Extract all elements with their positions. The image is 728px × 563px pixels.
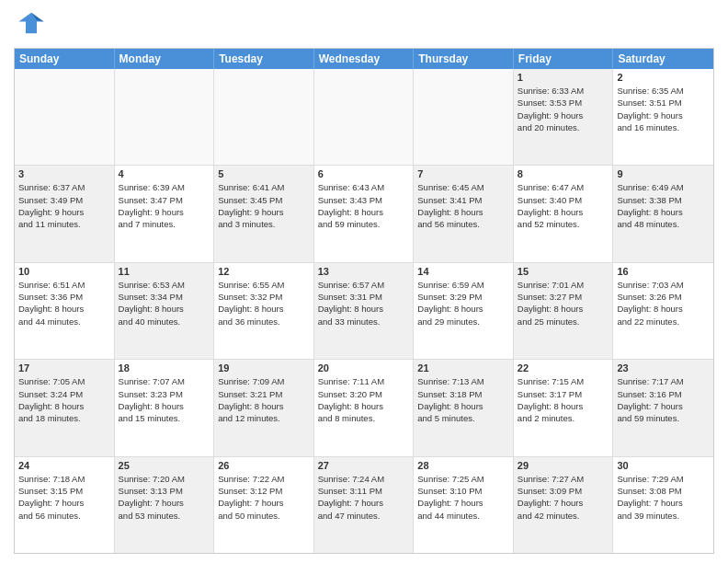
day-cell-25: 25Sunrise: 7:20 AM Sunset: 3:13 PM Dayli… [115,457,215,553]
day-info: Sunrise: 6:47 AM Sunset: 3:40 PM Dayligh… [518,181,609,230]
day-cell-7: 7Sunrise: 6:45 AM Sunset: 3:41 PM Daylig… [414,166,514,261]
day-cell-24: 24Sunrise: 7:18 AM Sunset: 3:15 PM Dayli… [15,457,115,553]
day-info: Sunrise: 6:49 AM Sunset: 3:38 PM Dayligh… [617,181,710,230]
weekday-header-friday: Friday [514,49,614,69]
day-number: 29 [518,460,609,471]
day-info: Sunrise: 7:13 AM Sunset: 3:18 PM Dayligh… [417,375,509,424]
day-info: Sunrise: 6:33 AM Sunset: 3:53 PM Dayligh… [518,85,609,133]
day-number: 26 [218,460,310,471]
day-number: 5 [218,168,310,179]
day-number: 22 [518,362,609,373]
day-number: 4 [119,168,210,179]
day-number: 30 [617,460,710,471]
day-number: 18 [119,362,210,373]
empty-cell [214,69,314,165]
calendar-row-3: 17Sunrise: 7:05 AM Sunset: 3:24 PM Dayli… [15,359,713,455]
day-info: Sunrise: 6:35 AM Sunset: 3:51 PM Dayligh… [617,85,710,133]
day-cell-4: 4Sunrise: 6:39 AM Sunset: 3:47 PM Daylig… [115,166,215,261]
day-info: Sunrise: 7:17 AM Sunset: 3:16 PM Dayligh… [617,375,710,424]
day-cell-11: 11Sunrise: 6:53 AM Sunset: 3:34 PM Dayli… [115,263,215,359]
day-cell-28: 28Sunrise: 7:25 AM Sunset: 3:10 PM Dayli… [414,457,514,553]
day-info: Sunrise: 6:55 AM Sunset: 3:32 PM Dayligh… [218,279,310,327]
day-cell-17: 17Sunrise: 7:05 AM Sunset: 3:24 PM Dayli… [15,360,115,455]
day-cell-30: 30Sunrise: 7:29 AM Sunset: 3:08 PM Dayli… [613,457,713,553]
day-info: Sunrise: 7:15 AM Sunset: 3:17 PM Dayligh… [518,375,609,424]
day-cell-12: 12Sunrise: 6:55 AM Sunset: 3:32 PM Dayli… [214,263,314,359]
day-info: Sunrise: 6:51 AM Sunset: 3:36 PM Dayligh… [18,279,110,327]
day-info: Sunrise: 7:18 AM Sunset: 3:15 PM Dayligh… [18,473,110,522]
day-cell-13: 13Sunrise: 6:57 AM Sunset: 3:31 PM Dayli… [314,263,415,359]
day-cell-6: 6Sunrise: 6:43 AM Sunset: 3:43 PM Daylig… [314,166,415,261]
empty-cell [115,69,215,165]
svg-marker-0 [19,13,44,34]
day-cell-3: 3Sunrise: 6:37 AM Sunset: 3:49 PM Daylig… [15,166,115,261]
calendar-row-0: 1Sunrise: 6:33 AM Sunset: 3:53 PM Daylig… [15,69,713,165]
day-info: Sunrise: 6:37 AM Sunset: 3:49 PM Dayligh… [18,181,110,230]
day-info: Sunrise: 7:27 AM Sunset: 3:09 PM Dayligh… [518,473,609,522]
day-info: Sunrise: 7:05 AM Sunset: 3:24 PM Dayligh… [18,375,110,424]
day-number: 10 [18,266,110,277]
calendar-header: SundayMondayTuesdayWednesdayThursdayFrid… [15,49,713,69]
day-cell-2: 2Sunrise: 6:35 AM Sunset: 3:51 PM Daylig… [613,69,713,165]
day-cell-29: 29Sunrise: 7:27 AM Sunset: 3:09 PM Dayli… [514,457,614,553]
day-info: Sunrise: 7:20 AM Sunset: 3:13 PM Dayligh… [119,473,210,522]
day-cell-15: 15Sunrise: 7:01 AM Sunset: 3:27 PM Dayli… [514,263,614,359]
day-info: Sunrise: 7:22 AM Sunset: 3:12 PM Dayligh… [218,473,310,522]
day-cell-5: 5Sunrise: 6:41 AM Sunset: 3:45 PM Daylig… [214,166,314,261]
logo [14,9,45,40]
header [14,9,714,40]
day-cell-27: 27Sunrise: 7:24 AM Sunset: 3:11 PM Dayli… [314,457,415,553]
day-info: Sunrise: 6:53 AM Sunset: 3:34 PM Dayligh… [119,279,210,327]
day-number: 17 [18,362,110,373]
day-cell-18: 18Sunrise: 7:07 AM Sunset: 3:23 PM Dayli… [115,360,215,455]
day-cell-9: 9Sunrise: 6:49 AM Sunset: 3:38 PM Daylig… [613,166,713,261]
day-cell-16: 16Sunrise: 7:03 AM Sunset: 3:26 PM Dayli… [613,263,713,359]
day-number: 1 [518,72,609,83]
day-info: Sunrise: 7:07 AM Sunset: 3:23 PM Dayligh… [119,375,210,424]
calendar-body: 1Sunrise: 6:33 AM Sunset: 3:53 PM Daylig… [15,69,713,553]
page: SundayMondayTuesdayWednesdayThursdayFrid… [0,0,728,563]
day-info: Sunrise: 6:43 AM Sunset: 3:43 PM Dayligh… [318,181,410,230]
calendar-row-2: 10Sunrise: 6:51 AM Sunset: 3:36 PM Dayli… [15,262,713,359]
empty-cell [314,69,415,165]
day-cell-14: 14Sunrise: 6:59 AM Sunset: 3:29 PM Dayli… [414,263,514,359]
day-cell-22: 22Sunrise: 7:15 AM Sunset: 3:17 PM Dayli… [514,360,614,455]
day-info: Sunrise: 6:45 AM Sunset: 3:41 PM Dayligh… [417,181,509,230]
day-info: Sunrise: 6:39 AM Sunset: 3:47 PM Dayligh… [119,181,210,230]
day-number: 15 [518,266,609,277]
day-number: 14 [417,266,509,277]
day-number: 3 [18,168,110,179]
empty-cell [15,69,115,165]
day-cell-21: 21Sunrise: 7:13 AM Sunset: 3:18 PM Dayli… [414,360,514,455]
day-number: 11 [119,266,210,277]
day-number: 19 [218,362,310,373]
day-number: 2 [617,72,710,83]
day-number: 23 [617,362,710,373]
day-number: 28 [417,460,509,471]
weekday-header-monday: Monday [115,49,215,69]
day-info: Sunrise: 7:24 AM Sunset: 3:11 PM Dayligh… [318,473,410,522]
day-info: Sunrise: 7:03 AM Sunset: 3:26 PM Dayligh… [617,279,710,327]
day-info: Sunrise: 7:11 AM Sunset: 3:20 PM Dayligh… [318,375,410,424]
day-number: 13 [318,266,410,277]
day-cell-23: 23Sunrise: 7:17 AM Sunset: 3:16 PM Dayli… [613,360,713,455]
day-info: Sunrise: 7:25 AM Sunset: 3:10 PM Dayligh… [417,473,509,522]
calendar-row-4: 24Sunrise: 7:18 AM Sunset: 3:15 PM Dayli… [15,456,713,553]
logo-icon [17,9,45,37]
day-number: 7 [417,168,509,179]
day-cell-19: 19Sunrise: 7:09 AM Sunset: 3:21 PM Dayli… [214,360,314,455]
weekday-header-tuesday: Tuesday [214,49,314,69]
weekday-header-wednesday: Wednesday [314,49,415,69]
day-number: 25 [119,460,210,471]
day-number: 9 [617,168,710,179]
empty-cell [414,69,514,165]
day-number: 8 [518,168,609,179]
day-cell-8: 8Sunrise: 6:47 AM Sunset: 3:40 PM Daylig… [514,166,614,261]
day-info: Sunrise: 6:41 AM Sunset: 3:45 PM Dayligh… [218,181,310,230]
day-number: 12 [218,266,310,277]
weekday-header-thursday: Thursday [414,49,514,69]
day-number: 6 [318,168,410,179]
day-cell-10: 10Sunrise: 6:51 AM Sunset: 3:36 PM Dayli… [15,263,115,359]
calendar-row-1: 3Sunrise: 6:37 AM Sunset: 3:49 PM Daylig… [15,165,713,261]
day-info: Sunrise: 6:57 AM Sunset: 3:31 PM Dayligh… [318,279,410,327]
